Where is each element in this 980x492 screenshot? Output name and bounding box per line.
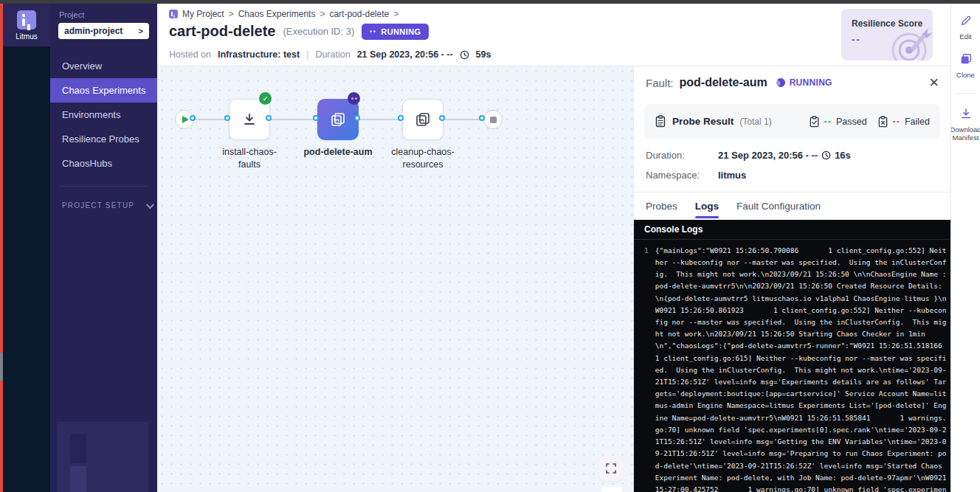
console-log-text: {"mainLogs":"W0921 15:26:50.790086 1 cli… bbox=[655, 245, 946, 492]
chevron-right-icon: > bbox=[139, 27, 143, 35]
page-header: My Project > Chaos Experiments > cart-po… bbox=[157, 4, 950, 66]
infrastructure-value: Infrastructure: test bbox=[218, 49, 300, 60]
log-line-number: 1 bbox=[644, 245, 649, 492]
download-icon bbox=[241, 111, 258, 128]
probe-result-summary: Probe Result (Total 1) -- Passed -- Fail… bbox=[644, 104, 940, 139]
sidebar: Project admin-project > Overview Chaos E… bbox=[50, 4, 157, 492]
clock-icon bbox=[460, 50, 469, 60]
failed-count: -- bbox=[893, 117, 900, 127]
fault-tabs: Probes Logs Fault Configuration bbox=[634, 193, 950, 220]
download-icon bbox=[959, 107, 973, 120]
connection-dot bbox=[398, 115, 404, 121]
play-icon bbox=[182, 116, 189, 123]
connection-dot bbox=[266, 115, 272, 121]
canvas-control-partial[interactable] bbox=[601, 487, 622, 492]
fault-icon bbox=[329, 111, 347, 128]
duration-value: 21 Sep 2023, 20:56 - -- bbox=[357, 49, 453, 60]
fullscreen-icon bbox=[605, 462, 617, 474]
clone-button[interactable]: Clone bbox=[950, 52, 980, 79]
passed-count: -- bbox=[824, 117, 832, 127]
sidebar-divider bbox=[59, 186, 148, 187]
litmus-logo-label: Litmus bbox=[15, 32, 37, 41]
download-manifest-button[interactable]: Download Manifest bbox=[950, 107, 980, 142]
sidebar-nav: Overview Chaos Experiments Environments … bbox=[50, 54, 157, 176]
tab-probes[interactable]: Probes bbox=[646, 193, 677, 220]
status-badge: RUNNING bbox=[362, 24, 429, 40]
node-install-chaos-faults[interactable] bbox=[229, 99, 270, 140]
tab-fault-configuration[interactable]: Fault Configuration bbox=[736, 193, 821, 220]
clipboard-icon bbox=[655, 115, 666, 128]
probe-failed-stat: -- Failed bbox=[877, 116, 930, 128]
console-logs-title: Console Logs bbox=[634, 220, 950, 240]
running-badge bbox=[348, 92, 360, 105]
project-label: Project bbox=[59, 10, 157, 19]
connection-dot bbox=[313, 115, 319, 121]
resilience-score-card: Resilience Score -- bbox=[841, 9, 933, 60]
project-icon bbox=[169, 10, 178, 18]
namespace-value: litmus bbox=[718, 170, 746, 181]
connection-dot bbox=[479, 115, 485, 121]
tab-logs[interactable]: Logs bbox=[695, 193, 719, 220]
sidebar-item-overview[interactable]: Overview bbox=[50, 54, 157, 78]
fault-details-panel: Fault: pod-delete-aum RUNNING × Probe Re… bbox=[633, 66, 950, 492]
connection-dot bbox=[439, 115, 445, 121]
sidebar-item-chaoshubs[interactable]: ChaosHubs bbox=[50, 151, 157, 176]
litmus-logo[interactable]: Litmus bbox=[3, 4, 50, 46]
page-title: cart-pod-delete bbox=[169, 23, 275, 40]
stop-icon bbox=[490, 117, 497, 123]
experiment-meta: Hosted on Infrastructure: test | Duratio… bbox=[169, 49, 491, 60]
sidebar-item-chaos-experiments[interactable]: Chaos Experiments bbox=[50, 78, 157, 103]
namespace-label: Namespace: bbox=[646, 170, 718, 181]
breadcrumb-chaos-experiments[interactable]: Chaos Experiments bbox=[238, 9, 316, 19]
node-label-pod-delete-aum: pod-delete-aum bbox=[290, 146, 386, 159]
spinner-icon bbox=[776, 78, 785, 87]
connection-dot bbox=[354, 115, 360, 121]
loader-dots-icon bbox=[370, 30, 376, 32]
breadcrumb-cart-pod-delete[interactable]: cart-pod-delete bbox=[329, 9, 389, 19]
clock-icon bbox=[821, 150, 831, 160]
project-selector-value: admin-project bbox=[64, 26, 122, 36]
action-toolbar: Edit Clone Download Manifest bbox=[950, 4, 980, 492]
fullscreen-button[interactable] bbox=[598, 456, 624, 481]
node-pod-delete-aum[interactable] bbox=[317, 99, 359, 140]
probe-result-total: (Total 1) bbox=[739, 117, 771, 127]
pipeline-end-node[interactable] bbox=[483, 110, 503, 129]
duration-label: Duration: bbox=[646, 150, 718, 161]
fault-name: pod-delete-aum bbox=[680, 76, 767, 89]
node-label-cleanup-chaos-resources: cleanup-chaos- resources bbox=[375, 146, 471, 171]
breadcrumb-my-project[interactable]: My Project bbox=[182, 9, 224, 19]
clipboard-check-icon bbox=[809, 116, 820, 128]
fault-icon bbox=[414, 111, 432, 128]
project-setup-toggle[interactable]: PROJECT SETUP bbox=[50, 201, 157, 209]
pipeline-canvas[interactable]: ✓ install-chaos- faults pod-delete-aum c… bbox=[157, 66, 633, 492]
console-logs-panel[interactable]: Console Logs 1 {"mainLogs":"W0921 15:26:… bbox=[634, 220, 950, 492]
breadcrumb: My Project > Chaos Experiments > cart-po… bbox=[169, 9, 398, 19]
target-dart-illustration bbox=[887, 25, 933, 60]
clone-icon bbox=[959, 52, 973, 66]
execution-id: (Execution ID: 3) bbox=[283, 26, 354, 37]
fault-status: RUNNING bbox=[776, 77, 832, 88]
sidebar-item-resilience-probes[interactable]: Resilience Probes bbox=[50, 127, 157, 151]
node-label-install-chaos-faults: install-chaos- faults bbox=[201, 146, 297, 171]
toolbar-divider bbox=[956, 93, 976, 94]
node-cleanup-chaos-resources[interactable] bbox=[402, 99, 444, 140]
probe-passed-stat: -- Passed bbox=[809, 116, 867, 128]
clipboard-x-icon bbox=[877, 116, 888, 128]
probe-result-title: Probe Result bbox=[672, 116, 734, 127]
connection-dot bbox=[190, 115, 196, 121]
app-rail: Litmus bbox=[3, 4, 50, 492]
fault-title-label: Fault: bbox=[646, 77, 674, 89]
close-icon[interactable]: × bbox=[929, 77, 939, 89]
elapsed-value: 59s bbox=[476, 49, 491, 60]
project-selector[interactable]: admin-project > bbox=[58, 23, 149, 39]
connection-dot bbox=[224, 115, 230, 121]
fault-duration-value: 21 Sep 2023, 20:56 - -- 16s bbox=[718, 150, 851, 161]
success-badge: ✓ bbox=[259, 92, 272, 105]
pencil-icon bbox=[959, 14, 973, 27]
chevron-down-icon bbox=[146, 200, 154, 208]
sidebar-bottom-placeholder bbox=[57, 422, 148, 492]
edit-button[interactable]: Edit bbox=[950, 14, 980, 41]
sidebar-item-environments[interactable]: Environments bbox=[50, 103, 157, 127]
litmus-logo-icon bbox=[17, 10, 36, 30]
